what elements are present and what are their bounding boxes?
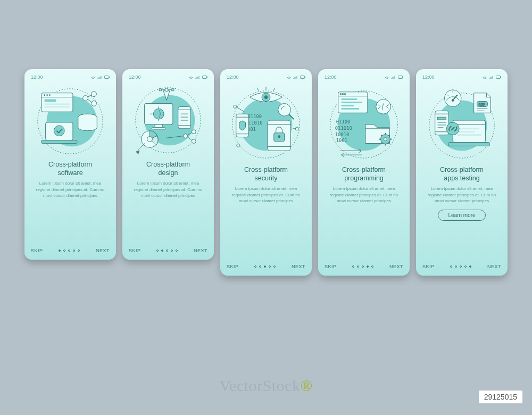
wifi-icon	[90, 75, 96, 79]
svg-rect-3	[109, 77, 110, 78]
skip-button[interactable]: SKIP	[31, 248, 43, 253]
page-dot[interactable]	[469, 265, 471, 268]
nav-row: SKIP NEXT	[325, 264, 403, 269]
screen-body: Lorem ipsum dolor sit amet, mea regione …	[31, 180, 110, 199]
page-dot[interactable]	[63, 250, 65, 252]
svg-point-50	[192, 139, 196, 144]
svg-point-10	[49, 94, 51, 96]
screen-body: Lorem ipsum dolor sit amet, mea regione …	[129, 180, 207, 199]
page-dot[interactable]	[59, 250, 61, 252]
signal-icon	[489, 75, 494, 79]
phone-screen-programming: 12:00	[318, 69, 410, 276]
page-dots	[59, 250, 80, 252]
page-dots	[352, 265, 373, 268]
next-button[interactable]: NEXT	[96, 248, 110, 253]
page-dot[interactable]	[68, 250, 70, 252]
svg-rect-126	[438, 117, 446, 120]
svg-point-15	[91, 92, 96, 97]
wifi-icon	[482, 75, 487, 79]
svg-point-8	[44, 94, 45, 96]
asset-id: 29125015	[479, 391, 522, 403]
page-dot[interactable]	[371, 265, 373, 268]
phone-screen-security: 12:00	[220, 69, 312, 276]
page-dots	[254, 265, 276, 268]
page-dot[interactable]	[156, 250, 159, 252]
status-bar: 12:00	[227, 74, 305, 80]
svg-line-61	[257, 88, 259, 91]
signal-icon	[195, 75, 201, 79]
screen-title: Cross-platformprogramming	[325, 166, 403, 182]
page-dot[interactable]	[464, 265, 467, 268]
page-dot[interactable]	[171, 250, 173, 252]
svg-rect-131	[448, 143, 489, 146]
clock: 12:00	[325, 74, 337, 80]
svg-point-76	[234, 105, 237, 108]
svg-rect-13	[45, 106, 70, 107]
battery-icon	[202, 75, 207, 79]
svg-rect-24	[207, 77, 207, 78]
svg-line-47	[138, 143, 145, 150]
page-dot[interactable]	[460, 265, 462, 268]
page-dot[interactable]	[357, 265, 359, 268]
page-dot[interactable]	[73, 250, 75, 252]
svg-text:011010: 011010	[335, 126, 352, 131]
page-dot[interactable]	[273, 265, 276, 268]
svg-point-87	[340, 94, 341, 95]
next-button[interactable]: NEXT	[487, 264, 501, 269]
svg-point-48	[184, 134, 188, 138]
svg-text:10010: 10010	[335, 132, 350, 137]
page-dot[interactable]	[166, 250, 168, 252]
svg-point-88	[342, 94, 343, 95]
clock: 12:00	[31, 74, 43, 80]
svg-point-49	[192, 130, 196, 134]
svg-rect-29	[172, 89, 174, 91]
svg-point-94	[376, 99, 391, 114]
page-dot[interactable]	[367, 265, 369, 268]
page-dot[interactable]	[259, 265, 261, 268]
svg-point-22	[54, 126, 64, 136]
signal-icon	[97, 75, 103, 79]
nav-row: SKIP NEXT	[422, 264, 501, 269]
svg-rect-54	[301, 76, 305, 79]
svg-point-16	[91, 101, 96, 106]
skip-button[interactable]: SKIP	[227, 264, 239, 269]
svg-point-63	[278, 103, 291, 116]
onboarding-screens: 12:00	[0, 0, 532, 276]
page-dot[interactable]	[254, 265, 256, 268]
svg-rect-11	[45, 99, 56, 102]
watermark-text: VectorStock®	[0, 377, 532, 395]
next-button[interactable]: NEXT	[194, 248, 207, 253]
page-dot[interactable]	[352, 265, 354, 268]
svg-rect-81	[398, 76, 403, 79]
svg-text:1001: 1001	[336, 138, 347, 144]
next-button[interactable]: NEXT	[389, 264, 403, 269]
svg-rect-34	[152, 128, 165, 129]
page-dot[interactable]	[455, 265, 457, 268]
svg-rect-28	[159, 89, 161, 91]
wifi-icon	[188, 75, 194, 79]
next-button[interactable]: NEXT	[292, 264, 305, 269]
svg-line-18	[88, 99, 92, 103]
page-dot[interactable]	[264, 265, 266, 268]
page-dot[interactable]	[362, 265, 364, 268]
screen-body: Lorem ipsum dolor sit amet, mea regione …	[422, 186, 501, 204]
svg-point-100	[384, 138, 387, 141]
clock: 12:00	[129, 74, 141, 80]
page-dot[interactable]	[450, 265, 452, 268]
page-dot[interactable]	[269, 265, 271, 268]
skip-button[interactable]: SKIP	[129, 248, 141, 253]
signal-icon	[293, 75, 298, 79]
page-dot[interactable]	[161, 250, 163, 252]
skip-button[interactable]: SKIP	[325, 264, 337, 269]
phone-screen-design: 12:00	[122, 69, 214, 260]
status-bar: 12:00	[422, 74, 501, 80]
screen-title: Cross-platformdesign	[129, 161, 207, 177]
page-dot[interactable]	[176, 250, 178, 252]
learn-more-button[interactable]: Learn more	[438, 210, 485, 221]
skip-button[interactable]: SKIP	[422, 264, 435, 269]
page-dots	[450, 265, 471, 268]
status-bar: 12:00	[325, 74, 403, 80]
clock: 12:00	[227, 74, 239, 80]
svg-point-78	[237, 144, 240, 147]
page-dot[interactable]	[78, 250, 80, 252]
